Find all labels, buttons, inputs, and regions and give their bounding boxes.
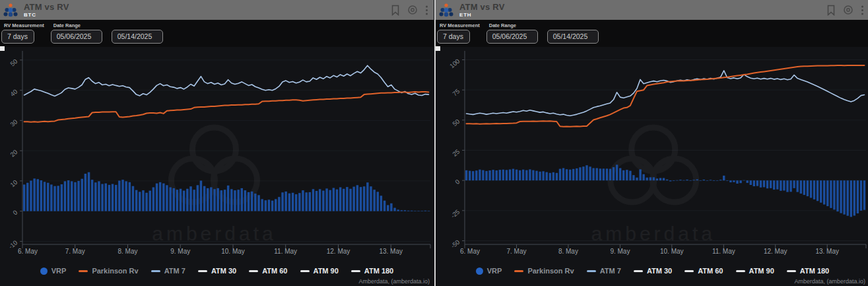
btc-chart-canvas[interactable]: 50403020100-106. May7. May8. May9. May10…: [0, 45, 434, 264]
legend-item-atm-180[interactable]: ATM 180: [787, 267, 829, 275]
legend-marker-icon: [198, 270, 207, 272]
date-from-input[interactable]: 05/06/2025: [486, 30, 538, 44]
legend-item-atm-30[interactable]: ATM 30: [634, 267, 672, 275]
panel-header: ATM vs RV BTC: [0, 0, 434, 20]
svg-text:12. May: 12. May: [327, 248, 351, 255]
legend-label: ATM 7: [164, 267, 185, 275]
date-to-input[interactable]: 05/14/2025: [547, 30, 599, 44]
svg-text:9. May: 9. May: [170, 248, 190, 255]
panel-subtitle: BTC: [24, 13, 69, 18]
bookmark-icon[interactable]: [826, 5, 836, 16]
legend-item-parkinson-rv[interactable]: Parkinson Rv: [79, 267, 138, 275]
chart-legend: VRPParkinson RvATM 7ATM 30ATM 60ATM 90AT…: [0, 265, 434, 277]
svg-text:8. May: 8. May: [558, 248, 578, 255]
legend-marker-icon: [476, 268, 483, 275]
legend-label: ATM 180: [800, 267, 829, 275]
chart-legend: VRPParkinson RvATM 7ATM 30ATM 60ATM 90AT…: [436, 265, 868, 277]
legend-marker-icon: [300, 270, 310, 272]
filter-bar: RV Measurement 7 days Date Range 05/06/2…: [436, 20, 868, 47]
legend-label: Parkinson Rv: [527, 267, 574, 275]
rv-measurement-label: RV Measurement: [4, 22, 44, 28]
svg-text:20: 20: [9, 148, 18, 158]
svg-text:100: 100: [448, 57, 461, 70]
svg-text:10. May: 10. May: [660, 248, 684, 255]
svg-text:6. May: 6. May: [460, 248, 480, 255]
svg-text:7. May: 7. May: [65, 248, 85, 255]
legend-marker-icon: [79, 270, 88, 272]
widget-settings-icon[interactable]: [843, 5, 853, 15]
eth-chart-canvas[interactable]: 1007550250-25-506. May7. May8. May9. May…: [436, 45, 868, 264]
kebab-menu-icon[interactable]: [861, 5, 864, 16]
legend-label: ATM 90: [314, 267, 339, 275]
legend-item-atm-7[interactable]: ATM 7: [587, 267, 621, 275]
filter-bar: RV Measurement 7 days Date Range 05/06/2…: [0, 20, 434, 47]
kebab-menu-icon[interactable]: [425, 5, 428, 16]
amberdata-dashboard: ATM vs RV BTC RV Measurement 7 days: [0, 0, 868, 286]
svg-text:11. May: 11. May: [274, 248, 297, 255]
legend-item-atm-60[interactable]: ATM 60: [684, 267, 723, 275]
attribution-text: Amberdata, (amberdata.io): [358, 278, 430, 285]
panel-title: ATM vs RV: [459, 3, 505, 11]
legend-label: ATM 7: [600, 267, 621, 275]
amberdata-logo-icon: [2, 2, 19, 18]
legend-marker-icon: [587, 270, 596, 272]
legend-item-atm-90[interactable]: ATM 90: [300, 267, 339, 275]
legend-item-atm-180[interactable]: ATM 180: [351, 267, 393, 275]
date-to-input[interactable]: 05/14/2025: [112, 30, 163, 44]
svg-text:6. May: 6. May: [18, 248, 38, 255]
legend-label: VRP: [487, 267, 502, 275]
panel-title: ATM vs RV: [24, 3, 69, 11]
legend-item-atm-30[interactable]: ATM 30: [198, 267, 236, 275]
svg-text:12. May: 12. May: [764, 248, 787, 255]
svg-text:13. May: 13. May: [815, 248, 839, 255]
chart-panel-eth: ATM vs RV ETH RV Measurement 7 days: [434, 0, 868, 286]
legend-item-atm-7[interactable]: ATM 7: [151, 267, 185, 275]
legend-label: VRP: [51, 267, 67, 275]
legend-label: ATM 30: [211, 267, 236, 275]
legend-label: ATM 30: [647, 267, 672, 275]
legend-marker-icon: [787, 270, 796, 272]
svg-text:30: 30: [9, 118, 18, 128]
svg-text:amberdata: amberdata: [152, 223, 276, 244]
svg-text:-10: -10: [7, 239, 19, 250]
panel-subtitle: ETH: [459, 13, 505, 18]
legend-item-vrp[interactable]: VRP: [40, 267, 67, 275]
panel-header: ATM vs RV ETH: [436, 0, 868, 20]
rv-measurement-label: RV Measurement: [440, 22, 480, 28]
svg-text:10. May: 10. May: [221, 248, 245, 255]
svg-text:75: 75: [451, 87, 461, 97]
chart-panel-btc: ATM vs RV BTC RV Measurement 7 days: [0, 0, 434, 286]
svg-text:amberdata: amberdata: [591, 223, 716, 244]
legend-item-vrp[interactable]: VRP: [476, 267, 502, 275]
svg-text:-50: -50: [450, 238, 461, 250]
legend-label: ATM 60: [698, 267, 723, 275]
rv-measurement-select[interactable]: 7 days: [1, 30, 34, 44]
date-range-label: Date Range: [53, 22, 163, 28]
legend-label: ATM 60: [262, 267, 287, 275]
date-from-input[interactable]: 05/06/2025: [51, 30, 102, 44]
rv-measurement-select[interactable]: 7 days: [437, 30, 470, 44]
legend-item-atm-60[interactable]: ATM 60: [249, 267, 287, 275]
svg-text:8. May: 8. May: [117, 248, 137, 255]
legend-marker-icon: [684, 270, 694, 272]
legend-marker-icon: [736, 270, 745, 272]
amberdata-logo-icon: [438, 2, 455, 18]
svg-text:11. May: 11. May: [712, 248, 735, 255]
plot-corner-marker: [0, 46, 5, 51]
svg-text:40: 40: [9, 88, 18, 98]
bookmark-icon[interactable]: [391, 5, 400, 16]
svg-text:7. May: 7. May: [506, 248, 526, 255]
legend-label: ATM 90: [749, 267, 774, 275]
plot-corner-marker: [436, 46, 440, 51]
svg-text:50: 50: [451, 118, 461, 127]
legend-item-parkinson-rv[interactable]: Parkinson Rv: [514, 267, 574, 275]
attribution-text: Amberdata, (amberdata.io): [794, 278, 865, 285]
widget-settings-icon[interactable]: [407, 5, 418, 15]
legend-item-atm-90[interactable]: ATM 90: [736, 267, 774, 275]
legend-marker-icon: [249, 270, 258, 272]
svg-text:50: 50: [9, 57, 18, 67]
legend-label: Parkinson Rv: [92, 267, 138, 275]
date-range-label: Date Range: [489, 22, 599, 28]
svg-text:0: 0: [453, 178, 461, 186]
svg-text:0: 0: [11, 209, 18, 217]
